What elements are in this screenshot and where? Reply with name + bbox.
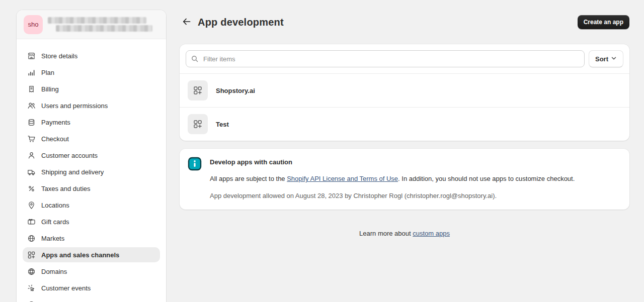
customer-events-icon bbox=[27, 283, 36, 293]
sidebar-item-markets[interactable]: Markets bbox=[23, 231, 160, 246]
payments-icon bbox=[27, 118, 36, 127]
filter-input-wrap bbox=[186, 50, 585, 67]
settings-sidebar: sho Store details Plan bbox=[17, 10, 166, 302]
caution-banner: Develop apps with caution All apps are s… bbox=[180, 149, 629, 210]
sidebar-item-domains[interactable]: Domains bbox=[23, 264, 160, 279]
settings-nav: Store details Plan Billing Users and per… bbox=[17, 39, 166, 302]
main-content: App development Create an app Sort bbox=[167, 0, 644, 302]
app-placeholder-icon bbox=[188, 80, 208, 100]
filter-row: Sort bbox=[180, 44, 629, 73]
app-row-shopstory[interactable]: Shopstory.ai bbox=[180, 73, 629, 107]
app-placeholder-icon bbox=[188, 114, 208, 134]
sort-button[interactable]: Sort bbox=[589, 50, 623, 67]
markets-icon bbox=[27, 234, 36, 243]
sidebar-item-partial[interactable] bbox=[23, 297, 160, 302]
apps-list-card: Sort Shopstory.ai Te bbox=[180, 44, 629, 141]
store-name-redacted bbox=[48, 17, 152, 32]
sidebar-item-label: Plan bbox=[41, 69, 54, 76]
sidebar-item-gift-cards[interactable]: Gift cards bbox=[23, 214, 160, 229]
apps-icon bbox=[27, 250, 36, 260]
banner-allowed-text: App development allowed on August 28, 20… bbox=[210, 191, 575, 200]
chevron-down-icon bbox=[611, 55, 617, 63]
main-header: App development Create an app bbox=[167, 0, 644, 44]
page-title: App development bbox=[198, 17, 284, 28]
app-name: Test bbox=[216, 121, 229, 128]
app-row-test[interactable]: Test bbox=[180, 107, 629, 141]
sidebar-item-label: Users and permissions bbox=[41, 102, 108, 110]
sidebar-item-locations[interactable]: Locations bbox=[23, 197, 160, 213]
gift-cards-icon bbox=[27, 217, 36, 227]
sidebar-item-label: Store details bbox=[41, 52, 77, 60]
back-arrow-icon bbox=[182, 17, 192, 28]
banner-text: All apps are subject to the Shopify API … bbox=[210, 174, 575, 183]
footer-note: Learn more about custom apps bbox=[180, 230, 629, 237]
shipping-icon bbox=[27, 167, 36, 177]
sidebar-item-payments[interactable]: Payments bbox=[23, 115, 160, 130]
sidebar-item-label: Billing bbox=[41, 85, 59, 93]
sidebar-item-plan[interactable]: Plan bbox=[23, 65, 160, 80]
create-app-button[interactable]: Create an app bbox=[578, 15, 629, 29]
sidebar-item-label: Taxes and duties bbox=[41, 185, 91, 192]
sidebar-item-label: Checkout bbox=[41, 135, 69, 143]
sidebar-item-label: Shipping and delivery bbox=[41, 168, 104, 176]
redacted-store-name-line bbox=[48, 17, 146, 24]
sidebar-item-users-and-permissions[interactable]: Users and permissions bbox=[23, 98, 160, 113]
sidebar-item-taxes-and-duties[interactable]: Taxes and duties bbox=[23, 181, 160, 196]
redacted-store-email-line bbox=[56, 25, 152, 32]
customer-accounts-icon bbox=[27, 151, 36, 160]
sidebar-item-customer-accounts[interactable]: Customer accounts bbox=[23, 148, 160, 163]
banner-title: Develop apps with caution bbox=[210, 158, 575, 166]
sidebar-item-apps-and-sales-channels[interactable]: Apps and sales channels bbox=[23, 247, 160, 262]
checkout-icon bbox=[27, 134, 36, 144]
sidebar-item-label: Gift cards bbox=[41, 218, 69, 226]
app-name: Shopstory.ai bbox=[216, 87, 255, 94]
sidebar-item-shipping-and-delivery[interactable]: Shipping and delivery bbox=[23, 164, 160, 179]
sidebar-item-label: Apps and sales channels bbox=[41, 251, 119, 259]
sidebar-item-label: Customer accounts bbox=[41, 152, 98, 159]
sidebar-item-label: Domains bbox=[41, 268, 67, 275]
store-switcher[interactable]: sho bbox=[17, 10, 166, 39]
info-icon bbox=[188, 157, 202, 202]
sidebar-item-store-details[interactable]: Store details bbox=[23, 48, 160, 63]
sidebar-item-checkout[interactable]: Checkout bbox=[23, 131, 160, 146]
sidebar-item-billing[interactable]: Billing bbox=[23, 81, 160, 96]
plan-icon bbox=[27, 68, 36, 77]
banner-text-suffix: . In addition, you should not use apps t… bbox=[398, 175, 575, 182]
search-icon bbox=[191, 55, 199, 63]
taxes-icon bbox=[27, 184, 36, 193]
users-icon bbox=[27, 101, 36, 111]
content-column: Sort Shopstory.ai Te bbox=[180, 44, 629, 237]
sidebar-item-customer-events[interactable]: Customer events bbox=[23, 280, 160, 295]
domains-icon bbox=[27, 267, 36, 276]
banner-text-prefix: All apps are subject to the bbox=[210, 175, 287, 182]
sidebar-item-label: Locations bbox=[41, 202, 69, 209]
store-avatar: sho bbox=[24, 15, 43, 34]
custom-apps-link[interactable]: custom apps bbox=[413, 230, 450, 237]
settings-page: sho Store details Plan bbox=[0, 0, 644, 302]
banner-body: Develop apps with caution All apps are s… bbox=[210, 157, 575, 202]
billing-icon bbox=[27, 84, 36, 94]
locations-icon bbox=[27, 200, 36, 210]
filter-input[interactable] bbox=[186, 50, 585, 67]
partial-cutoff-icon bbox=[27, 300, 36, 302]
sidebar-item-label: Payments bbox=[41, 119, 70, 126]
sidebar-item-label: Customer events bbox=[41, 284, 91, 292]
sidebar-item-label: Markets bbox=[41, 235, 64, 242]
store-icon bbox=[27, 51, 36, 61]
sort-label: Sort bbox=[595, 55, 608, 63]
api-license-terms-link[interactable]: Shopify API License and Terms of Use bbox=[287, 175, 398, 182]
footer-note-text: Learn more about bbox=[359, 230, 413, 237]
back-button[interactable] bbox=[180, 15, 194, 29]
